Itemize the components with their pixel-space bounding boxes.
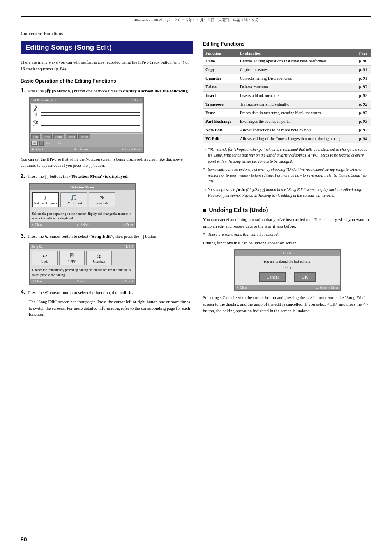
notmenu-title: Notation Menu: [30, 184, 135, 190]
songedit-title-bar: Song Edit P. 1/4: [30, 244, 135, 249]
page-cell: p. 94: [357, 135, 371, 143]
note-arrow-2: You can press the [►/■ (Play/Stop)] butt…: [203, 187, 371, 199]
col-explanation: Explanation: [238, 49, 357, 57]
function-cell: Insert: [203, 92, 238, 100]
songedit-icons: ↩ Undo ⎘ Copy ≋ Quantize: [30, 249, 135, 267]
step-4-number: 4.: [21, 289, 25, 295]
table-row: Part ExchangeExchanges the sounds in par…: [203, 117, 371, 126]
undo-intro: You can cancel an editing operation that…: [203, 216, 371, 230]
explanation-cell: Copies measures.: [238, 66, 357, 74]
page-cell: p. 90: [357, 57, 371, 66]
table-row: TransposeTransposes parts individually.p…: [203, 100, 371, 109]
notation-bottom-bar: ⊙ Select ⊙ Change ○ Notation Menu: [30, 147, 143, 152]
notmenu-select: ⊙ Select: [77, 223, 89, 227]
function-cell: Erase: [203, 109, 238, 117]
undo-screen-content: You are undoing the last editing. Copy C…: [235, 256, 340, 285]
table-row: EraseErases data in measures, creating b…: [203, 109, 371, 117]
notation-sub-bar: Part Lyric Pedal Chord Finger: [30, 134, 143, 140]
songedit-title: Song Edit: [31, 245, 44, 249]
step-list: 1. Press the [⁂ (Notation)] button one o…: [21, 87, 193, 318]
songedit-bottom: ✕ Close ⊙ Select ○ Select: [30, 279, 135, 284]
step-4: 4. Press the ⊙ cursor button to select t…: [21, 289, 193, 318]
part-btn: Part: [31, 134, 40, 139]
table-row: Note EditAllows corrections to be made n…: [203, 126, 371, 135]
chord-btn: Chord: [66, 134, 77, 139]
page-cell: p. 92: [357, 100, 371, 109]
explanation-cell: Corrects Timing Discrepancies.: [238, 74, 357, 83]
undo-screen: Undo You are undoing the last editing. C…: [234, 249, 341, 291]
notmenu-desc: Selects the part appearing on the notati…: [30, 210, 135, 222]
songedit-close: ✕ Close: [31, 279, 42, 283]
undo-screen-title: Undo: [235, 250, 340, 256]
table-row: UndoUndoes editing operations that have …: [203, 57, 371, 66]
basic-op-title: Basic Operation of the Editing Functions: [21, 78, 193, 84]
table-row: PC EditAllows editing of the Tones chang…: [203, 135, 371, 143]
step-1-note: You can set the HPi-6 so that while the …: [21, 156, 193, 168]
page: HPi-6-e.book 90 ページ ２００５年１１月１５日 火曜日 午後３時…: [0, 0, 392, 555]
page-cell: p. 93: [357, 109, 371, 117]
step-1: 1. Press the [⁂ (Notation)] button one o…: [21, 87, 193, 169]
notation-title-left: ♩=138 Sonate No.15: [31, 99, 58, 103]
undo-select-btn: ⊙ Select ○ Enter: [316, 286, 338, 290]
table-row: CopyCopies measures.p. 91: [203, 66, 371, 74]
step-4-text: Press the ⊙ cursor button to select the …: [28, 290, 133, 295]
cancel-button[interactable]: Cancel: [259, 272, 286, 282]
lyric-btn: Lyric: [42, 134, 52, 139]
function-cell: PC Edit: [203, 135, 238, 143]
notation-staff-area: 𝄞 𝄢: [30, 104, 142, 133]
songedit-screen: Song Edit P. 1/4 ↩ Undo ⎘ Copy: [29, 243, 136, 284]
notation-btn-menu: ○ Notation Menu: [118, 147, 141, 151]
function-cell: Part Exchange: [203, 117, 238, 126]
note-block: "PC" stands for "Program Change," which …: [203, 147, 371, 198]
notmenu-icons: ♪ Notation Options 🎵 BMP Export ✎ Song E…: [30, 190, 135, 210]
songedit-quantize-icon: ≋ Quantize: [86, 251, 112, 265]
songedit-undo-icon: ↩ Undo: [32, 251, 58, 265]
step-2-text: Press the [ ] button; the <Notation Menu…: [28, 174, 128, 179]
undo-sub-text: Editing functions that can be undone app…: [203, 240, 371, 246]
explanation-cell: Allows corrections to be made note by no…: [238, 126, 357, 135]
intro-text: There are many ways you can edit perform…: [21, 59, 193, 72]
page-cell: p. 93: [357, 117, 371, 126]
notmenu-bottom: ✕ Close ⊙ Select ○ Enter: [30, 222, 135, 228]
header-text: HPi-6-e.book 90 ページ ２００５年１１月１５日 火曜日 午後３時…: [133, 18, 258, 22]
songedit-select2: ○ Select: [122, 279, 133, 283]
table-row: DeleteDeletes measures.p. 92: [203, 83, 371, 92]
songedit-select: ⊙ Select: [76, 279, 88, 283]
function-cell: Transpose: [203, 100, 238, 109]
songedit-desc: Undoes the immediately preceding editing…: [30, 267, 135, 278]
table-row: QuantizeCorrects Timing Discrepancies.p.…: [203, 74, 371, 83]
notation-btn-select: ⊙ Select: [31, 147, 43, 151]
explanation-cell: Transposes parts individually.: [238, 100, 357, 109]
col-function: Function: [203, 49, 238, 57]
step-3: 3. Press the ⊙ cursor button to select <…: [21, 233, 193, 284]
page-cell: p. 91: [357, 74, 371, 83]
col-page: Page: [357, 49, 371, 57]
table-row: InsertInserts a blank measure.p. 92: [203, 92, 371, 100]
explanation-cell: Deletes measures.: [238, 83, 357, 92]
page-title: Editing Songs (Song Edit): [21, 41, 193, 54]
undo-note: There are some edits that can't be resto…: [203, 232, 371, 237]
main-content: Editing Songs (Song Edit) There are many…: [21, 41, 371, 322]
notation-btn-change: ⊙ Change: [74, 147, 88, 151]
page-cell: p. 92: [357, 83, 371, 92]
undo-after-text: Selecting <Cancel> with the cursor butto…: [203, 295, 371, 314]
page-cell: p. 91: [357, 66, 371, 74]
function-cell: Note Edit: [203, 126, 238, 135]
explanation-cell: Allows editing of the Tones changes that…: [238, 135, 357, 143]
ok-button[interactable]: OK: [294, 272, 316, 282]
function-cell: Quantize: [203, 74, 238, 83]
songedit-page: P. 1/4: [126, 245, 133, 249]
notation-menu-screen: Notation Menu ♪ Notation Options 🎵 BMP E…: [29, 183, 136, 228]
step-2: 2. Press the [ ] button; the <Notation M…: [21, 173, 193, 228]
notmenu-enter: ○ Enter: [123, 223, 133, 227]
finger-btn: Finger: [78, 134, 90, 139]
step-2-number: 2.: [21, 173, 25, 179]
undo-sub-message: Copy: [238, 265, 337, 269]
undo-screen-bottom: ✕ Close ⊙ Select ○ Enter: [235, 285, 340, 290]
function-cell: Undo: [203, 57, 238, 66]
undo-message: You are undoing the last editing.: [238, 259, 337, 263]
step-3-number: 3.: [21, 233, 25, 239]
left-column: Editing Songs (Song Edit) There are many…: [21, 41, 193, 322]
notation-screen-1: ♩=138 Sonate No.15 4/4 𝄞 1 𝄞: [29, 97, 144, 153]
page-cell: p. 92: [357, 92, 371, 100]
